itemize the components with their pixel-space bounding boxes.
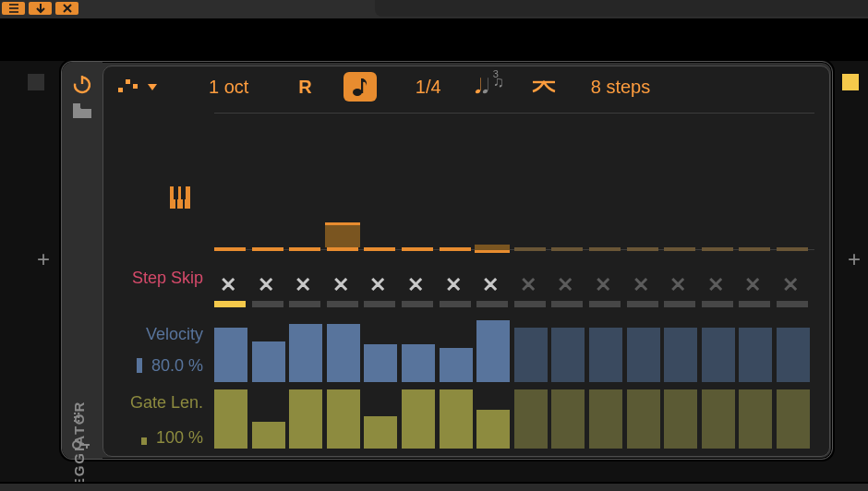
step-skip-toggle[interactable]: ✕ bbox=[404, 273, 428, 297]
velocity-bar[interactable] bbox=[739, 328, 772, 382]
close-icon-button[interactable] bbox=[55, 2, 78, 15]
timing-dotted-icon[interactable]: 𝅘𝅥. bbox=[482, 75, 488, 99]
octaves-value[interactable]: 1 oct bbox=[209, 77, 248, 98]
rate-mode-button[interactable] bbox=[344, 72, 377, 102]
step-skip-toggle[interactable]: ✕ bbox=[291, 273, 315, 297]
gate-bar[interactable] bbox=[702, 389, 735, 449]
pitch-step[interactable] bbox=[777, 247, 808, 251]
pitch-step[interactable] bbox=[252, 247, 283, 251]
step-position-segment bbox=[664, 301, 695, 307]
pitch-step[interactable] bbox=[627, 247, 658, 251]
note-icon bbox=[351, 77, 369, 97]
step-skip-toggle[interactable]: ✕ bbox=[254, 273, 278, 297]
velocity-bar[interactable] bbox=[627, 328, 660, 382]
add-device-before[interactable]: + bbox=[33, 249, 54, 269]
pitch-step[interactable] bbox=[589, 247, 621, 251]
remote-icon[interactable] bbox=[72, 438, 90, 451]
pitch-step[interactable] bbox=[214, 247, 246, 251]
velocity-bar[interactable] bbox=[214, 328, 247, 382]
gate-bar[interactable] bbox=[289, 389, 322, 449]
list-icon-button[interactable] bbox=[2, 2, 25, 15]
shuffle-icon[interactable] bbox=[532, 78, 556, 95]
step-position-segment bbox=[402, 301, 433, 307]
step-skip-toggle[interactable]: ✕ bbox=[441, 273, 465, 297]
velocity-value[interactable]: 80.0 % bbox=[103, 356, 203, 376]
grip-icon[interactable]: ⠿ bbox=[72, 411, 83, 425]
pitch-step[interactable] bbox=[364, 247, 395, 251]
step-skip-toggle[interactable]: ✕ bbox=[629, 273, 653, 297]
gate-bar[interactable] bbox=[551, 389, 585, 449]
rate-value[interactable]: 1/4 bbox=[416, 77, 441, 98]
velocity-bar[interactable] bbox=[702, 328, 735, 382]
velocity-bar[interactable] bbox=[364, 344, 397, 382]
velocity-bar[interactable] bbox=[514, 328, 548, 382]
gate-bar[interactable] bbox=[514, 389, 548, 449]
gate-bar[interactable] bbox=[777, 389, 810, 449]
pitch-step[interactable] bbox=[664, 247, 695, 251]
step-skip-lane[interactable]: ✕✕✕✕✕✕✕✕✕✕✕✕✕✕✕✕ bbox=[214, 268, 814, 308]
velocity-lane[interactable] bbox=[214, 312, 814, 382]
folder-icon[interactable] bbox=[72, 102, 92, 119]
power-icon[interactable] bbox=[71, 73, 93, 95]
timing-triplet-icon[interactable]: 3 ♫ bbox=[493, 70, 504, 103]
step-skip-toggle[interactable]: ✕ bbox=[216, 273, 240, 297]
pitch-step[interactable] bbox=[289, 247, 320, 251]
svg-rect-8 bbox=[73, 103, 80, 107]
pitch-step[interactable] bbox=[327, 247, 358, 251]
gate-bar[interactable] bbox=[252, 422, 285, 449]
velocity-bar[interactable] bbox=[589, 328, 622, 382]
step-position-segment bbox=[589, 301, 621, 307]
velocity-bar[interactable] bbox=[664, 328, 697, 382]
gate-bar[interactable] bbox=[476, 410, 510, 449]
gate-bar[interactable] bbox=[364, 416, 397, 449]
step-skip-toggle[interactable]: ✕ bbox=[591, 273, 615, 297]
velocity-bar[interactable] bbox=[289, 324, 322, 382]
pitch-step[interactable] bbox=[514, 247, 546, 251]
gate-bar[interactable] bbox=[214, 389, 247, 449]
gate-value[interactable]: 100 % bbox=[103, 428, 203, 448]
pitch-step[interactable] bbox=[551, 247, 583, 251]
step-skip-toggle[interactable]: ✕ bbox=[478, 273, 502, 297]
pitch-step[interactable] bbox=[402, 247, 433, 251]
retrigger-button[interactable]: R bbox=[298, 77, 311, 98]
step-skip-toggle[interactable]: ✕ bbox=[553, 273, 577, 297]
velocity-bar[interactable] bbox=[327, 324, 360, 382]
gate-bar[interactable] bbox=[402, 389, 435, 449]
lane-labels: Step Skip Velocity 80.0 % Gate Len. 100 … bbox=[103, 66, 205, 456]
velocity-bar[interactable] bbox=[777, 328, 810, 382]
add-device-after[interactable]: + bbox=[844, 249, 864, 269]
gate-lane[interactable] bbox=[214, 388, 814, 449]
step-skip-label: Step Skip bbox=[103, 269, 203, 288]
pitch-offset-bar[interactable] bbox=[475, 245, 510, 253]
step-skip-toggle[interactable]: ✕ bbox=[666, 273, 690, 297]
step-skip-toggle[interactable]: ✕ bbox=[516, 273, 540, 297]
pitch-step[interactable] bbox=[440, 247, 471, 251]
step-position-segment bbox=[476, 301, 508, 307]
velocity-bar[interactable] bbox=[476, 320, 510, 382]
step-skip-toggle[interactable]: ✕ bbox=[366, 273, 390, 297]
gate-bar[interactable] bbox=[627, 389, 660, 449]
step-skip-toggle[interactable]: ✕ bbox=[741, 273, 765, 297]
gate-bar[interactable] bbox=[589, 389, 622, 449]
pitch-step[interactable] bbox=[702, 247, 733, 251]
pitch-step[interactable] bbox=[739, 247, 770, 251]
gate-bar[interactable] bbox=[327, 389, 360, 449]
step-skip-toggle[interactable]: ✕ bbox=[778, 273, 802, 297]
steps-value[interactable]: 8 steps bbox=[591, 77, 650, 98]
velocity-bar-icon bbox=[137, 358, 142, 373]
velocity-bar[interactable] bbox=[402, 344, 435, 382]
velocity-bar[interactable] bbox=[440, 348, 473, 382]
pitch-offset-bar[interactable] bbox=[325, 222, 360, 247]
step-skip-toggle[interactable]: ✕ bbox=[704, 273, 728, 297]
gate-bar[interactable] bbox=[440, 389, 473, 449]
step-position-segment bbox=[289, 301, 320, 307]
pitch-lane[interactable] bbox=[214, 175, 814, 268]
step-position-segment bbox=[327, 301, 358, 307]
velocity-bar[interactable] bbox=[252, 341, 285, 382]
arrow-down-icon-button[interactable] bbox=[29, 2, 52, 15]
arp-header: 1 oct R 1/4 𝅘𝅥 𝅘𝅥. 3 ♫ 8 steps bbox=[103, 66, 829, 107]
gate-bar[interactable] bbox=[739, 389, 772, 449]
gate-bar[interactable] bbox=[664, 389, 697, 449]
step-skip-toggle[interactable]: ✕ bbox=[329, 273, 353, 297]
velocity-bar[interactable] bbox=[551, 328, 585, 382]
